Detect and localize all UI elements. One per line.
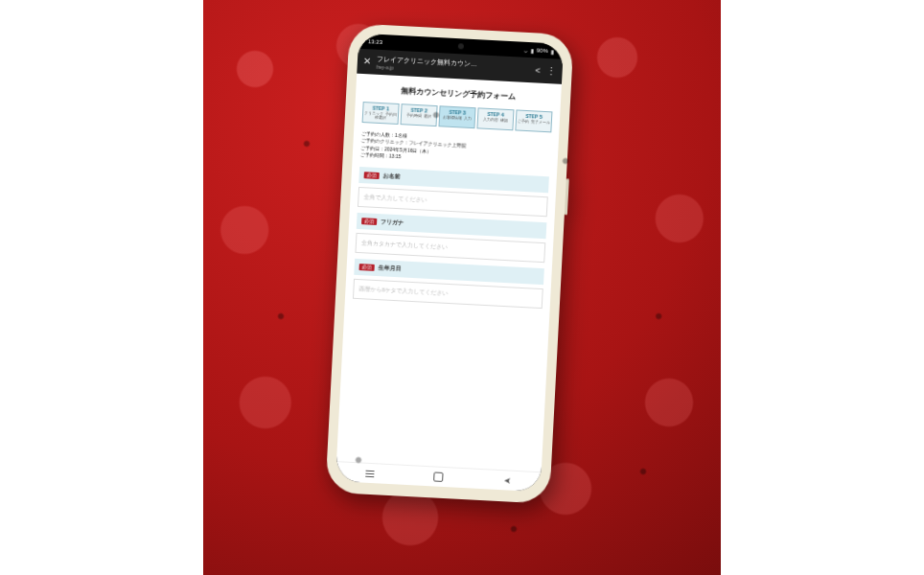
- status-right: ⌵ ▮ 90% ▮: [524, 46, 554, 55]
- smartphone: 13:23 ⌵ ▮ 90% ▮ ✕ フレイアクリニック無料カウン… frey-a…: [325, 23, 573, 504]
- android-nav-bar: ➤: [335, 461, 542, 492]
- step-5: STEP 5 ご予約 完了メール: [515, 109, 552, 132]
- browser-page-title: フレイアクリニック無料カウン…: [377, 55, 530, 72]
- nav-home-icon[interactable]: [434, 472, 445, 482]
- label-furigana: フリガナ: [381, 218, 404, 227]
- browser-url: frey-a.jp: [376, 64, 529, 78]
- required-badge: 必須: [361, 218, 377, 225]
- webpage-inner: 無料カウンセリング予約フォーム STEP 1 クリニック 予約日程選択 STEP…: [345, 74, 562, 310]
- share-icon[interactable]: <: [535, 65, 541, 75]
- dob-input[interactable]: 西暦から8ケタで入力してください: [353, 279, 543, 309]
- step-4: STEP 4 入力内容 確認: [476, 107, 514, 130]
- label-name: お名前: [382, 172, 400, 181]
- step-2: STEP 2 予約時間 選択: [401, 104, 438, 126]
- front-camera: [458, 43, 464, 49]
- phone-screen: 13:23 ⌵ ▮ 90% ▮ ✕ フレイアクリニック無料カウン… frey-a…: [335, 34, 564, 493]
- status-time: 13:23: [368, 38, 382, 45]
- step-indicator: STEP 1 クリニック 予約日程選択 STEP 2 予約時間 選択 STEP …: [362, 102, 553, 132]
- step-3-label: お客様情報 入力: [441, 115, 474, 121]
- summary-clinic: ご予約のクリニック：フレイアクリニック上野院: [360, 137, 550, 154]
- step-5-label: ご予約 完了メール: [518, 120, 550, 126]
- phone-case: [325, 23, 573, 504]
- field-header-name: 必須 お名前: [358, 167, 549, 193]
- stage: 13:23 ⌵ ▮ 90% ▮ ✕ フレイアクリニック無料カウン… frey-a…: [0, 0, 924, 575]
- battery-icon: ▮: [551, 48, 554, 55]
- step-1-label: クリニック 予約日程選択: [364, 111, 397, 122]
- step-3: STEP 3 お客様情報 入力: [438, 105, 475, 128]
- nav-back-icon[interactable]: ➤: [503, 475, 512, 485]
- step-2-label: 予約時間 選択: [403, 113, 435, 119]
- reservation-summary: ご予約の人数：1名様 ご予約のクリニック：フレイアクリニック上野院 ご予約日：2…: [360, 130, 551, 169]
- background-fabric: 13:23 ⌵ ▮ 90% ▮ ✕ フレイアクリニック無料カウン… frey-a…: [203, 0, 721, 575]
- phone-side-button: [565, 178, 569, 215]
- summary-date: ご予約日：2024年5月16日（木）: [360, 145, 550, 162]
- name-input[interactable]: 全角で入力してください: [358, 187, 548, 217]
- summary-people: ご予約の人数：1名様: [361, 130, 551, 148]
- android-status-bar: 13:23 ⌵ ▮ 90% ▮: [358, 34, 565, 59]
- webpage[interactable]: 無料カウンセリング予約フォーム STEP 1 クリニック 予約日程選択 STEP…: [336, 74, 562, 472]
- browser-toolbar: ✕ フレイアクリニック無料カウン… frey-a.jp < ⋮: [357, 49, 563, 84]
- nav-recent-icon[interactable]: [365, 470, 374, 476]
- summary-time: ご予約時間：13:15: [360, 151, 550, 169]
- label-dob: 生年月日: [378, 264, 401, 273]
- required-badge: 必須: [364, 172, 380, 179]
- step-4-label: 入力内容 確認: [479, 117, 512, 123]
- battery-percent: 90%: [537, 47, 548, 54]
- field-header-furigana: 必須 フリガナ: [357, 213, 547, 239]
- page-title: 無料カウンセリング予約フォーム: [363, 83, 553, 104]
- step-1: STEP 1 クリニック 予約日程選択: [362, 102, 400, 125]
- field-header-dob: 必須 生年月日: [354, 259, 544, 285]
- more-icon[interactable]: ⋮: [546, 69, 557, 74]
- furigana-input[interactable]: 全角カタカナで入力してください: [355, 233, 545, 263]
- required-badge: 必須: [359, 264, 375, 271]
- browser-title-block[interactable]: フレイアクリニック無料カウン… frey-a.jp: [376, 55, 529, 78]
- wifi-icon: ⌵: [524, 46, 528, 53]
- close-icon[interactable]: ✕: [363, 57, 372, 66]
- signal-icon: ▮: [531, 47, 534, 54]
